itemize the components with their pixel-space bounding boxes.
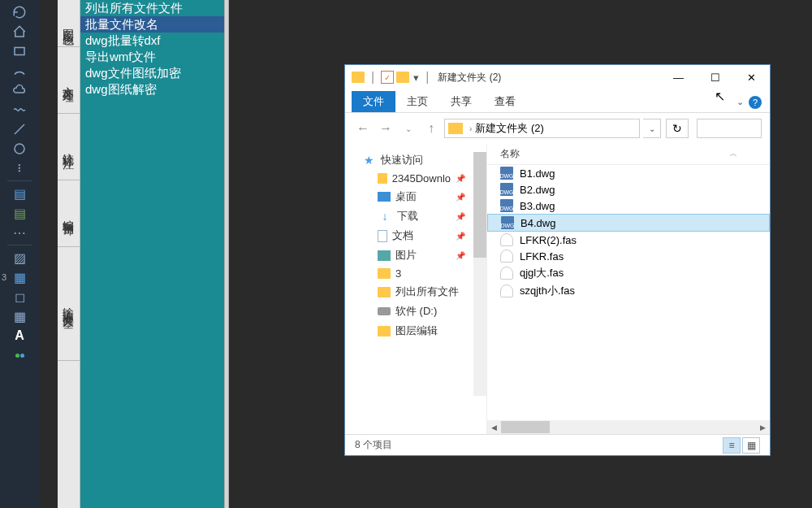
cursor-icon: ↖ [715, 89, 725, 104]
nav-item[interactable]: 软件 (D:) [345, 302, 486, 321]
svg-rect-0 [15, 48, 24, 55]
fas-file-icon [500, 284, 513, 297]
menu-item[interactable]: 批量文件改名 [80, 16, 224, 33]
back-button[interactable]: ← [353, 119, 373, 138]
table-icon[interactable]: ▦ [10, 307, 29, 325]
icons-view-button[interactable]: ▦ [742, 437, 760, 454]
maximize-button[interactable]: ☐ [697, 66, 733, 89]
drive-icon [378, 307, 391, 315]
menu-item[interactable]: 列出所有文件文件 [80, 0, 224, 16]
cat-io[interactable]: 输入输出文件基 [58, 247, 80, 361]
nav-quick-access[interactable]: ★ 快速访问 [345, 150, 486, 170]
nav-item[interactable]: 2345Downlo📌 [345, 170, 486, 187]
file-row[interactable]: DWGB3.dwg [487, 198, 770, 214]
cat-stat[interactable]: 统计标注 [58, 114, 80, 180]
explorer-window: | ✓ ▾ | 新建文件夹 (2) — ☐ ✕ 文件 主页 共享 查看 ↖ ⌄ … [344, 64, 771, 456]
scroll-right-icon[interactable]: ▶ [756, 420, 770, 434]
cat-edit[interactable]: 编辑整饰 [58, 180, 80, 247]
file-row[interactable]: DWGB4.dwg [487, 214, 770, 232]
undo-icon[interactable] [10, 3, 29, 21]
cloud-icon[interactable] [10, 81, 29, 99]
menu-item[interactable]: 导出wmf文件 [80, 49, 224, 65]
folder-icon-2 [396, 72, 409, 83]
pic-icon [378, 250, 391, 261]
file-row[interactable]: LFKR(2).fas [487, 232, 770, 248]
cat-layer[interactable]: 图层颜色 [58, 0, 80, 47]
cad-toolbar: ፧ ▤ ▤ ⋯ ▨ ▦ ◻ ▦ A [0, 0, 39, 508]
ribbon-caret-icon[interactable]: ⌄ [736, 97, 744, 107]
fas-file-icon [500, 250, 513, 263]
tab-share[interactable]: 共享 [439, 91, 483, 112]
nav-item[interactable]: 文档📌 [345, 226, 486, 245]
help-icon[interactable]: ? [749, 96, 762, 109]
pin-icon: 📌 [456, 232, 465, 241]
scroll-left-icon[interactable]: ◀ [487, 420, 501, 434]
nav-pane: ★ 快速访问 2345Downlo📌桌面📌↓下载📌文档📌图片📌3列出所有文件软件… [345, 144, 487, 434]
up-button[interactable]: ↑ [421, 119, 441, 138]
nav-item[interactable]: ↓下载📌 [345, 206, 486, 226]
dwg-file-icon: DWG [500, 167, 513, 180]
close-button[interactable]: ✕ [733, 66, 770, 89]
hatch-icon[interactable]: ▨ [10, 249, 29, 267]
nav-item[interactable]: 桌面📌 [345, 187, 486, 206]
text-icon[interactable]: A [10, 327, 29, 345]
details-view-button[interactable]: ≡ [723, 437, 741, 454]
color-icon[interactable] [10, 346, 29, 364]
address-bar: ← → ⌄ ↑ › 新建文件夹 (2) ⌄ ↻ [345, 113, 770, 144]
fold-icon [378, 268, 391, 279]
history-button[interactable]: ⌄ [399, 119, 418, 138]
circle-icon[interactable] [10, 140, 29, 158]
h-scroll-thumb[interactable] [501, 421, 550, 433]
pin-icon: 📌 [456, 174, 465, 183]
layer-star-icon[interactable]: ▤ [10, 204, 29, 222]
nav-item[interactable]: 3 [345, 265, 486, 282]
grid-icon[interactable]: ▦ [10, 268, 29, 286]
folder-icon [352, 72, 365, 83]
refresh-button[interactable]: ↻ [666, 119, 689, 138]
svg-point-1 [15, 144, 24, 154]
dwg-file-icon: DWG [500, 199, 513, 212]
nav-item[interactable]: 图层编辑 [345, 321, 486, 341]
menu-item[interactable]: dwg图纸解密 [80, 81, 224, 98]
dwg-file-icon: DWG [500, 183, 513, 196]
file-row[interactable]: qjgl大.fas [487, 264, 770, 282]
line-icon[interactable] [10, 120, 29, 138]
column-header[interactable]: 名称 ︿ [487, 144, 770, 165]
cat-text[interactable]: 文本处理 [58, 47, 80, 114]
drag-bar[interactable] [224, 0, 229, 508]
fold-icon [378, 173, 387, 184]
tab-home[interactable]: 主页 [395, 91, 439, 112]
ellipsis-icon[interactable]: ⋯ [10, 224, 29, 241]
wave-icon[interactable] [10, 101, 29, 119]
dots-icon[interactable]: ፧ [10, 159, 29, 177]
nav-item[interactable]: 图片📌 [345, 245, 486, 265]
pin-icon: 📌 [456, 212, 465, 221]
ribbon: 文件 主页 共享 查看 ↖ ⌄ ? [345, 89, 770, 112]
tab-view[interactable]: 查看 [483, 91, 527, 112]
tab-file[interactable]: 文件 [352, 91, 395, 112]
arc-icon[interactable] [10, 62, 29, 80]
address-input[interactable]: › 新建文件夹 (2) [444, 119, 640, 138]
menu-item[interactable]: dwg批量转dxf [80, 33, 224, 49]
file-row[interactable]: DWGB1.dwg [487, 165, 770, 181]
doc-icon [378, 230, 387, 242]
home-icon[interactable] [10, 23, 29, 41]
h-scrollbar[interactable]: ◀ ▶ [487, 420, 770, 434]
page-icon[interactable]: ◻ [10, 288, 29, 306]
rect-icon[interactable] [10, 42, 29, 60]
address-dropdown[interactable]: ⌄ [643, 119, 661, 138]
file-row[interactable]: szqjth小.fas [487, 282, 770, 300]
search-input[interactable] [697, 119, 762, 138]
nav-scroll-thumb[interactable] [473, 152, 486, 258]
nav-item[interactable]: 列出所有文件 [345, 282, 486, 302]
line-number: 3 [2, 272, 6, 282]
teal-panel: 图层颜色 文本处理 统计标注 编辑整饰 输入输出文件基 列出所有文件文件批量文件… [58, 0, 224, 508]
minimize-button[interactable]: — [660, 66, 697, 89]
pin-icon: 📌 [456, 193, 465, 202]
file-row[interactable]: DWGB2.dwg [487, 181, 770, 198]
file-row[interactable]: LFKR.fas [487, 248, 770, 264]
check-icon[interactable]: ✓ [381, 71, 394, 84]
forward-button[interactable]: → [376, 119, 395, 138]
menu-item[interactable]: dwg文件图纸加密 [80, 65, 224, 81]
layers-icon[interactable]: ▤ [10, 185, 29, 202]
